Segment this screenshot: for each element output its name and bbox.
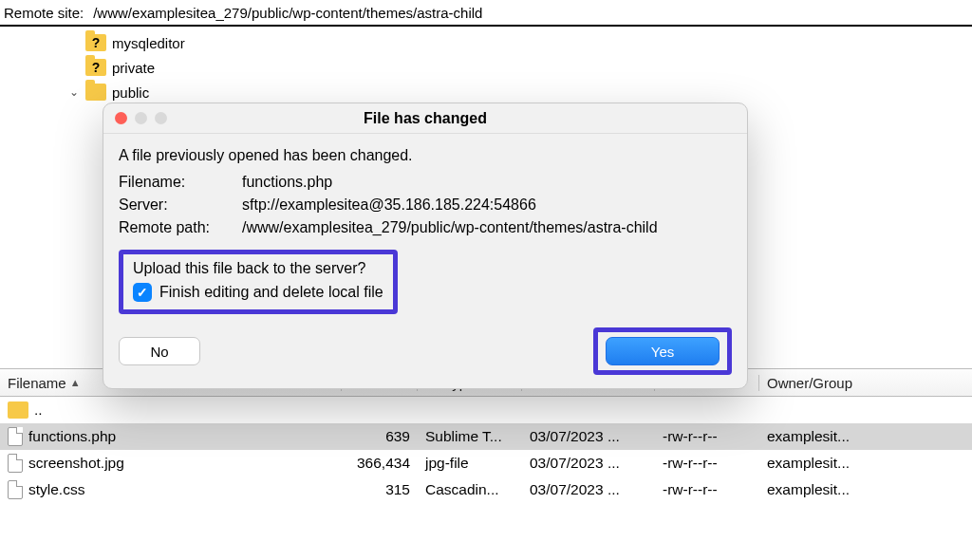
file-type: jpg-file bbox=[418, 455, 522, 472]
file-modified: 03/07/2023 ... bbox=[522, 455, 655, 472]
file-owner: examplesit... bbox=[759, 428, 972, 445]
label-server: Server: bbox=[119, 196, 233, 214]
remote-site-label: Remote site: bbox=[4, 5, 84, 21]
file-permissions: -rw-r--r-- bbox=[655, 481, 759, 498]
file-name: style.css bbox=[28, 481, 84, 498]
dialog-titlebar[interactable]: File has changed bbox=[103, 103, 747, 134]
close-icon[interactable] bbox=[115, 112, 127, 124]
file-row[interactable]: screenshot.jpg 366,434 jpg-file 03/07/20… bbox=[0, 450, 972, 476]
dialog-message: A file previously opened has been change… bbox=[119, 147, 732, 164]
window-controls bbox=[103, 112, 167, 124]
file-modified: 03/07/2023 ... bbox=[522, 428, 655, 445]
file-permissions: -rw-r--r-- bbox=[655, 428, 759, 445]
file-modified: 03/07/2023 ... bbox=[522, 481, 655, 498]
file-row[interactable]: style.css 315 Cascadin... 03/07/2023 ...… bbox=[0, 476, 972, 503]
file-size: 315 bbox=[342, 481, 418, 498]
file-name: screenshot.jpg bbox=[28, 455, 124, 472]
dialog-title: File has changed bbox=[103, 110, 747, 127]
value-server: sftp://examplesitea@35.186.185.224:54866 bbox=[242, 196, 732, 214]
tree-item[interactable]: ⌄ public bbox=[0, 80, 972, 104]
tree-item[interactable]: ? mysqleditor bbox=[0, 30, 972, 55]
file-icon bbox=[8, 454, 23, 473]
no-button[interactable]: No bbox=[119, 337, 200, 365]
upload-question: Upload this file back to the server? bbox=[133, 260, 383, 277]
finish-editing-checkbox[interactable]: ✓ Finish editing and delete local file bbox=[133, 283, 383, 302]
file-list: .. functions.php 639 Sublime T... 03/07/… bbox=[0, 397, 972, 503]
column-owner-group[interactable]: Owner/Group bbox=[759, 375, 972, 391]
file-size: 639 bbox=[342, 428, 418, 445]
yes-button[interactable]: Yes bbox=[606, 337, 720, 365]
sort-ascending-icon: ▲ bbox=[70, 377, 81, 388]
tree-item-label: public bbox=[112, 84, 149, 101]
folder-unknown-icon: ? bbox=[85, 34, 106, 51]
label-remote-path: Remote path: bbox=[119, 219, 233, 236]
zoom-icon bbox=[155, 112, 167, 124]
file-icon bbox=[8, 427, 23, 446]
file-name: functions.php bbox=[28, 428, 116, 445]
file-type: Sublime T... bbox=[418, 428, 522, 445]
parent-directory-label: .. bbox=[34, 401, 43, 419]
folder-up-icon bbox=[8, 401, 28, 419]
dialog-details: Filename: functions.php Server: sftp://e… bbox=[119, 174, 732, 236]
checkbox-label: Finish editing and delete local file bbox=[159, 284, 383, 301]
tree-item-label: private bbox=[112, 60, 155, 76]
file-changed-dialog: File has changed A file previously opene… bbox=[103, 103, 748, 389]
tree-item[interactable]: ? private bbox=[0, 55, 972, 80]
file-owner: examplesit... bbox=[759, 481, 972, 498]
minimize-icon bbox=[135, 112, 147, 124]
file-owner: examplesit... bbox=[759, 455, 972, 472]
file-row[interactable]: functions.php 639 Sublime T... 03/07/202… bbox=[0, 423, 972, 450]
file-type: Cascadin... bbox=[418, 481, 522, 498]
label-filename: Filename: bbox=[119, 174, 233, 191]
folder-icon bbox=[85, 84, 106, 101]
upload-question-group: Upload this file back to the server? ✓ F… bbox=[119, 250, 398, 314]
file-permissions: -rw-r--r-- bbox=[655, 455, 759, 472]
file-size: 366,434 bbox=[342, 455, 418, 472]
remote-site-path-input[interactable]: /www/examplesitea_279/public/wp-content/… bbox=[89, 3, 968, 23]
value-remote-path: /www/examplesitea_279/public/wp-content/… bbox=[242, 219, 732, 236]
checkbox-checked-icon: ✓ bbox=[133, 283, 152, 302]
parent-directory-row[interactable]: .. bbox=[0, 397, 972, 423]
tree-item-label: mysqleditor bbox=[112, 35, 185, 51]
yes-button-highlight: Yes bbox=[593, 327, 732, 375]
remote-site-bar: Remote site: /www/examplesitea_279/publi… bbox=[0, 0, 972, 27]
chevron-down-icon[interactable]: ⌄ bbox=[68, 86, 80, 98]
folder-unknown-icon: ? bbox=[85, 59, 106, 76]
file-icon bbox=[8, 480, 23, 499]
value-filename: functions.php bbox=[242, 174, 732, 191]
